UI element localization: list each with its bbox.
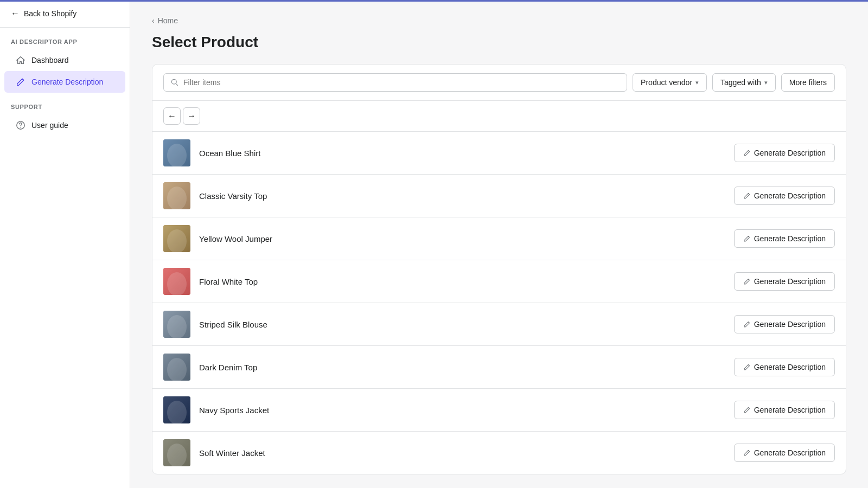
more-filters-label: More filters — [789, 78, 827, 87]
pencil-btn-icon — [743, 149, 751, 157]
product-row: Floral White Top Generate Description — [152, 260, 846, 303]
product-name: Classic Varsity Top — [199, 191, 725, 201]
product-name: Yellow Wool Jumper — [199, 234, 725, 243]
product-thumbnail — [163, 139, 190, 166]
pagination-row: ← → — [152, 101, 846, 132]
tagged-with-label: Tagged with — [720, 78, 761, 87]
pencil-icon — [15, 76, 26, 87]
generate-description-button[interactable]: Generate Description — [734, 444, 835, 462]
product-vendor-filter[interactable]: Product vendor ▾ — [633, 73, 707, 92]
back-to-shopify-label: Back to Shopify — [24, 9, 76, 18]
pencil-btn-icon — [743, 406, 751, 414]
sidebar-item-generate-description[interactable]: Generate Description — [4, 71, 125, 93]
tagged-with-filter[interactable]: Tagged with ▾ — [712, 73, 776, 92]
pencil-btn-icon — [743, 363, 751, 371]
product-row: Dark Denim Top Generate Description — [152, 346, 846, 389]
main-content: ‹ Home Select Product Product vendor ▾ T… — [130, 0, 868, 488]
product-thumbnail — [163, 182, 190, 209]
generate-btn-label: Generate Description — [754, 320, 826, 329]
pencil-btn-icon — [743, 235, 751, 242]
back-to-shopify-link[interactable]: ← Back to Shopify — [0, 0, 130, 28]
generate-btn-label: Generate Description — [754, 191, 826, 200]
search-input[interactable] — [183, 78, 620, 87]
product-row: Classic Varsity Top Generate Description — [152, 175, 846, 217]
prev-arrow-icon: ← — [168, 111, 176, 121]
pencil-btn-icon — [743, 449, 751, 457]
product-thumbnail — [163, 396, 190, 423]
product-name: Ocean Blue Shirt — [199, 149, 725, 158]
product-row: Soft Winter Jacket Generate Description — [152, 432, 846, 474]
top-accent-bar — [0, 0, 868, 2]
next-arrow-icon: → — [187, 111, 196, 121]
search-wrapper[interactable] — [163, 73, 627, 92]
product-row: Ocean Blue Shirt Generate Description — [152, 132, 846, 175]
sidebar: ← Back to Shopify AI DESCRIPTOR APP Dash… — [0, 0, 130, 488]
product-row: Navy Sports Jacket Generate Description — [152, 389, 846, 432]
pencil-btn-icon — [743, 320, 751, 328]
generate-description-button[interactable]: Generate Description — [734, 144, 835, 162]
product-name: Striped Silk Blouse — [199, 320, 725, 329]
pencil-btn-icon — [743, 278, 751, 285]
generate-description-button[interactable]: Generate Description — [734, 315, 835, 333]
svg-point-1 — [20, 127, 21, 128]
pencil-btn-icon — [743, 192, 751, 200]
generate-description-button[interactable]: Generate Description — [734, 187, 835, 205]
tagged-chevron-icon: ▾ — [764, 79, 768, 86]
product-thumbnail — [163, 354, 190, 381]
app-section-label: AI DESCRIPTOR APP — [0, 28, 130, 49]
sidebar-user-guide-label: User guide — [31, 121, 68, 130]
generate-description-button[interactable]: Generate Description — [734, 401, 835, 419]
sidebar-dashboard-label: Dashboard — [31, 56, 69, 65]
generate-btn-label: Generate Description — [754, 149, 826, 157]
product-thumbnail — [163, 225, 190, 252]
breadcrumb-chevron: ‹ — [152, 16, 155, 25]
generate-btn-label: Generate Description — [754, 448, 826, 457]
breadcrumb-home: Home — [158, 16, 178, 25]
back-arrow-icon: ← — [11, 9, 20, 18]
generate-btn-label: Generate Description — [754, 363, 826, 371]
product-thumbnail — [163, 311, 190, 338]
generate-btn-label: Generate Description — [754, 406, 826, 414]
sidebar-item-dashboard[interactable]: Dashboard — [4, 49, 125, 71]
product-name: Floral White Top — [199, 277, 725, 286]
search-icon — [170, 78, 179, 87]
breadcrumb[interactable]: ‹ Home — [152, 16, 846, 25]
product-thumbnail — [163, 268, 190, 295]
product-row: Yellow Wool Jumper Generate Description — [152, 217, 846, 260]
product-row: Striped Silk Blouse Generate Description — [152, 303, 846, 346]
generate-btn-label: Generate Description — [754, 234, 826, 243]
generate-description-button[interactable]: Generate Description — [734, 358, 835, 376]
generate-btn-label: Generate Description — [754, 277, 826, 286]
home-icon — [15, 55, 26, 66]
svg-point-2 — [171, 79, 176, 84]
product-thumbnail — [163, 439, 190, 466]
more-filters-button[interactable]: More filters — [781, 73, 835, 92]
generate-description-button[interactable]: Generate Description — [734, 272, 835, 291]
sidebar-item-user-guide[interactable]: User guide — [4, 114, 125, 136]
vendor-chevron-icon: ▾ — [695, 79, 699, 86]
question-icon — [15, 120, 26, 131]
product-list: Ocean Blue Shirt Generate DescriptionCla… — [152, 132, 846, 474]
product-name: Soft Winter Jacket — [199, 448, 725, 458]
product-list-card: Product vendor ▾ Tagged with ▾ More filt… — [152, 64, 846, 474]
product-vendor-label: Product vendor — [641, 78, 692, 87]
sidebar-generate-label: Generate Description — [31, 78, 103, 86]
pagination-next-button[interactable]: → — [183, 107, 200, 125]
product-name: Navy Sports Jacket — [199, 406, 725, 415]
generate-description-button[interactable]: Generate Description — [734, 229, 835, 248]
pagination-prev-button[interactable]: ← — [163, 107, 181, 125]
filter-bar: Product vendor ▾ Tagged with ▾ More filt… — [152, 65, 846, 101]
page-title: Select Product — [152, 34, 846, 51]
product-name: Dark Denim Top — [199, 363, 725, 372]
support-section-label: SUPPORT — [0, 93, 130, 114]
